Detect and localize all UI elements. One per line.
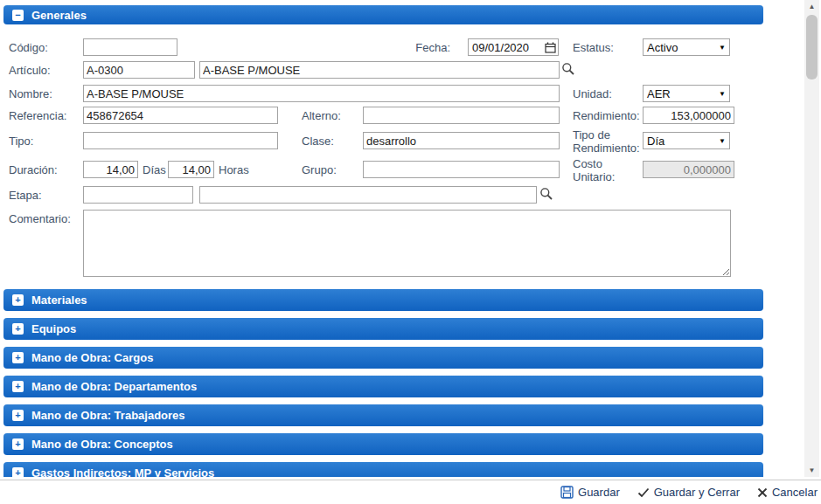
cancel-label: Cancelar — [772, 486, 818, 499]
referencia-label: Referencia: — [9, 109, 66, 122]
calendar-icon[interactable] — [545, 42, 556, 53]
section-title: Mano de Obra: Departamentos — [31, 380, 197, 393]
etapa-desc-input[interactable] — [199, 186, 537, 204]
product-form-window: − Generales Código: Fecha: 09/01/2020 Es… — [0, 0, 821, 504]
save-icon — [560, 486, 574, 499]
estatus-value: Activo — [647, 41, 678, 54]
scroll-up-icon[interactable]: ▲ — [804, 0, 819, 13]
comentario-textarea[interactable] — [83, 210, 731, 277]
fecha-label: Fecha: — [385, 41, 450, 54]
unidad-value: AER — [647, 87, 671, 100]
nombre-label: Nombre: — [9, 87, 52, 100]
fecha-value: 09/01/2020 — [472, 41, 529, 54]
articulo-code-input[interactable] — [83, 61, 195, 79]
section-header-mano-obra-conceptos[interactable]: + Mano de Obra: Conceptos — [3, 433, 763, 455]
referencia-input[interactable] — [83, 107, 278, 124]
section-title: Mano de Obra: Conceptos — [31, 438, 173, 451]
duracion-dias-input[interactable] — [83, 161, 138, 178]
section-header-mano-obra-cargos[interactable]: + Mano de Obra: Cargos — [3, 347, 763, 369]
section-header-generales[interactable]: − Generales — [3, 5, 763, 24]
section-header-mano-obra-departamentos[interactable]: + Mano de Obra: Departamentos — [3, 376, 763, 397]
section-header-gastos-indirectos[interactable]: + Gastos Indirectos: MP y Servicios — [3, 462, 763, 477]
expand-icon[interactable]: + — [12, 410, 24, 421]
expand-icon[interactable]: + — [12, 352, 24, 363]
expand-icon[interactable]: + — [12, 323, 24, 335]
scroll-down-icon[interactable]: ▼ — [804, 464, 819, 477]
articulo-desc-input[interactable] — [199, 61, 560, 79]
codigo-input[interactable] — [83, 38, 177, 56]
grupo-input[interactable] — [363, 161, 560, 178]
articulo-label: Artículo: — [9, 64, 51, 77]
search-icon[interactable] — [539, 187, 553, 201]
expand-icon[interactable]: + — [12, 438, 24, 450]
collapse-icon[interactable]: − — [12, 10, 24, 21]
rendimiento-label: Rendimiento: — [573, 109, 640, 122]
save-label: Guardar — [578, 486, 620, 499]
nombre-input[interactable] — [83, 85, 560, 102]
section-title: Gastos Indirectos: MP y Servicios — [31, 466, 214, 477]
grupo-label: Grupo: — [302, 163, 337, 176]
chevron-down-icon: ▼ — [719, 137, 726, 145]
horas-label: Horas — [219, 163, 249, 176]
tipo-rendimiento-value: Día — [647, 135, 664, 148]
expand-icon[interactable]: + — [12, 467, 24, 477]
scrollbar-thumb[interactable] — [806, 15, 818, 79]
cancel-button[interactable]: Cancelar — [757, 486, 818, 499]
duracion-horas-input[interactable] — [168, 161, 214, 178]
clase-label: Clase: — [302, 135, 334, 148]
alterno-input[interactable] — [363, 107, 560, 124]
codigo-label: Código: — [9, 41, 48, 54]
rendimiento-input[interactable] — [643, 107, 734, 124]
duracion-label: Duración: — [9, 163, 58, 176]
tipo-input[interactable] — [83, 132, 278, 149]
section-title: Materiales — [31, 293, 87, 307]
save-button[interactable]: Guardar — [560, 486, 620, 499]
chevron-down-icon: ▼ — [719, 44, 726, 52]
clase-input[interactable] — [363, 132, 560, 149]
section-title: Generales — [31, 9, 87, 22]
alterno-label: Alterno: — [302, 109, 341, 122]
estatus-label: Estatus: — [573, 41, 614, 54]
section-header-materiales[interactable]: + Materiales — [3, 289, 763, 311]
etapa-label: Etapa: — [9, 189, 42, 202]
tipo-rendimiento-select[interactable]: Día ▼ — [643, 132, 730, 149]
costo-unitario-input — [643, 161, 734, 178]
section-title: Mano de Obra: Cargos — [31, 351, 153, 364]
dias-label: Días — [143, 163, 166, 176]
fecha-input[interactable]: 09/01/2020 — [468, 38, 559, 56]
save-and-close-button[interactable]: Guardar y Cerrar — [637, 486, 740, 499]
expand-icon[interactable]: + — [12, 381, 24, 392]
check-icon — [637, 487, 650, 498]
vertical-scrollbar[interactable]: ▲ ▼ — [804, 0, 819, 477]
chevron-down-icon: ▼ — [719, 90, 726, 98]
section-header-mano-obra-trabajadores[interactable]: + Mano de Obra: Trabajadores — [3, 404, 763, 426]
unidad-select[interactable]: AER ▼ — [643, 85, 730, 102]
close-icon — [757, 487, 768, 498]
section-title: Equipos — [31, 322, 76, 335]
footer-toolbar: Guardar Guardar y Cerrar Cancelar — [0, 480, 818, 504]
form-scroll-area: − Generales Código: Fecha: 09/01/2020 Es… — [0, 0, 794, 477]
comentario-label: Comentario: — [9, 212, 71, 225]
save-and-close-label: Guardar y Cerrar — [654, 486, 740, 499]
tipo-rendimiento-label: Tipo de Rendimiento: — [573, 128, 647, 155]
expand-icon[interactable]: + — [12, 294, 24, 306]
estatus-select[interactable]: Activo ▼ — [643, 38, 730, 56]
etapa-code-input[interactable] — [83, 186, 193, 204]
tipo-label: Tipo: — [9, 135, 33, 148]
section-title: Mano de Obra: Trabajadores — [31, 409, 185, 422]
search-icon[interactable] — [561, 62, 575, 76]
unidad-label: Unidad: — [573, 87, 612, 100]
section-header-equipos[interactable]: + Equipos — [3, 318, 763, 340]
costo-unitario-label: Costo Unitario: — [573, 157, 627, 183]
